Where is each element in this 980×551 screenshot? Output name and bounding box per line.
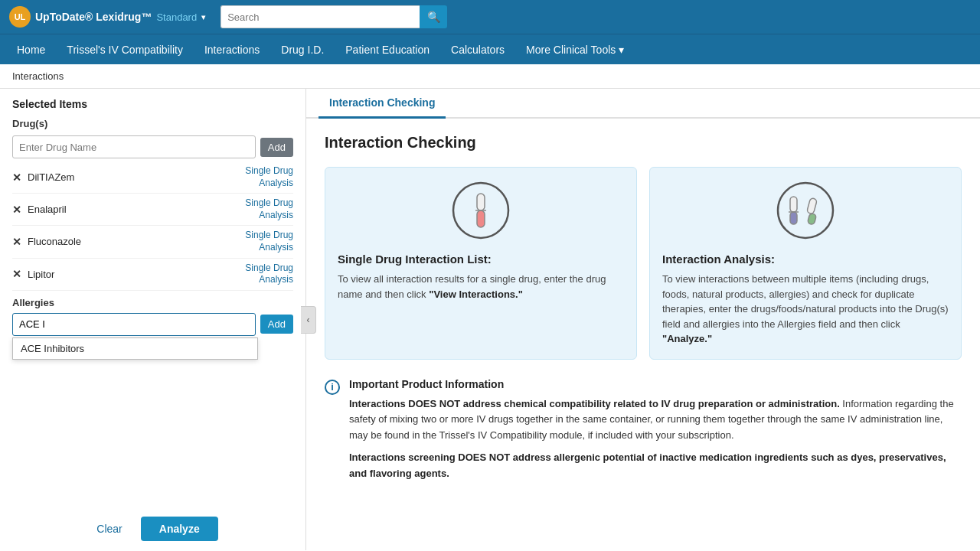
- important-info-content: Important Product Information Interactio…: [349, 378, 962, 488]
- interaction-analysis-card: Interaction Analysis: To view interactio…: [649, 167, 962, 360]
- allergy-input[interactable]: [12, 313, 256, 336]
- svg-rect-9: [807, 213, 816, 225]
- nav-bar: Home Trissel's IV Compatibility Interact…: [0, 34, 980, 64]
- top-bar: UL UpToDate® Lexidrug™ Standard ▾ 🔍: [0, 0, 980, 34]
- remove-drug-button[interactable]: ✕: [12, 204, 21, 216]
- nav-item-trissel[interactable]: Trissel's IV Compatibility: [56, 34, 194, 65]
- nav-item-calculators[interactable]: Calculators: [440, 34, 515, 65]
- svg-point-4: [778, 183, 833, 238]
- page-title: Interaction Checking: [325, 134, 962, 152]
- drug-item-left: ✕ DilTIAZem: [12, 171, 74, 184]
- right-panel: Interaction Checking Interaction Checkin…: [306, 89, 980, 550]
- svg-rect-5: [790, 197, 797, 212]
- single-drug-card: Single Drug Interaction List: To view al…: [325, 167, 637, 360]
- breadcrumb: Interactions: [0, 64, 980, 89]
- add-drug-button[interactable]: Add: [260, 138, 293, 157]
- allergies-section: Allergies Add ACE Inhibitors: [0, 291, 305, 339]
- nav-item-home[interactable]: Home: [6, 34, 56, 65]
- suggestion-item-ace-inhibitors[interactable]: ACE Inhibitors: [13, 338, 257, 359]
- suggestion-dropdown: ACE Inhibitors: [12, 337, 258, 360]
- single-drug-analysis-link[interactable]: Single Drug Analysis: [245, 262, 293, 286]
- card2-text: To view interactions between multiple it…: [662, 272, 949, 347]
- chevron-down-icon: ▾: [619, 44, 624, 56]
- selected-items-header: Selected Items: [0, 89, 305, 115]
- chevron-down-icon[interactable]: ▾: [201, 13, 205, 21]
- svg-rect-6: [790, 212, 797, 224]
- table-row: ✕ DilTIAZem Single Drug Analysis: [12, 161, 293, 194]
- nav-item-patient-education[interactable]: Patient Education: [335, 34, 440, 65]
- drug-name: Enalapril: [28, 204, 67, 215]
- add-allergy-button[interactable]: Add: [260, 315, 293, 334]
- search-button[interactable]: 🔍: [420, 5, 447, 28]
- drugs-label: Drug(s): [0, 115, 305, 132]
- search-container: 🔍: [220, 5, 466, 28]
- svg-rect-1: [477, 194, 485, 210]
- drug-name: DilTIAZem: [28, 171, 74, 183]
- drug-input-row: Add: [0, 132, 305, 161]
- clear-button[interactable]: Clear: [87, 518, 131, 540]
- drug-name: Fluconazole: [28, 236, 81, 247]
- logo-text: UpToDate® Lexidrug™: [35, 11, 152, 23]
- logo-icon: UL: [9, 6, 31, 28]
- single-drug-analysis-link[interactable]: Single Drug Analysis: [245, 197, 293, 221]
- main-layout: Selected Items Drug(s) Add ✕ DilTIAZem S…: [0, 89, 980, 550]
- bottom-buttons: Clear Analyze: [0, 507, 305, 550]
- logo-area[interactable]: UL UpToDate® Lexidrug™ Standard ▾: [9, 6, 205, 28]
- logo-standard: Standard: [156, 11, 197, 23]
- table-row: ✕ Lipitor Single Drug Analysis: [12, 259, 293, 291]
- interaction-content: Interaction Checking Single Drug Interac…: [306, 119, 980, 515]
- remove-drug-button[interactable]: ✕: [12, 268, 21, 280]
- remove-drug-button[interactable]: ✕: [12, 236, 21, 248]
- svg-rect-8: [807, 197, 818, 214]
- table-row: ✕ Enalapril Single Drug Analysis: [12, 194, 293, 226]
- allergy-input-row: Add ACE Inhibitors: [12, 313, 293, 336]
- allergies-label: Allergies: [12, 297, 293, 308]
- table-row: ✕ Fluconazole Single Drug Analysis: [12, 226, 293, 258]
- important-info-title: Important Product Information: [349, 378, 962, 390]
- single-drug-analysis-link[interactable]: Single Drug Analysis: [245, 165, 293, 189]
- info-paragraph-1: Interactions DOES NOT address chemical c…: [349, 396, 962, 444]
- left-panel: Selected Items Drug(s) Add ✕ DilTIAZem S…: [0, 89, 306, 550]
- card1-text: To view all interaction results for a si…: [338, 272, 624, 302]
- drug-name: Lipitor: [28, 269, 54, 280]
- card1-title: Single Drug Interaction List:: [338, 253, 492, 266]
- drug-item-left: ✕ Fluconazole: [12, 236, 81, 248]
- nav-item-more-clinical-tools[interactable]: More Clinical Tools ▾: [515, 34, 635, 65]
- card2-title: Interaction Analysis:: [662, 253, 775, 266]
- single-pill-icon: [450, 180, 511, 243]
- tabs-bar: Interaction Checking: [306, 89, 980, 119]
- tab-interaction-checking[interactable]: Interaction Checking: [318, 89, 446, 119]
- cards-row: Single Drug Interaction List: To view al…: [325, 167, 962, 360]
- drug-item-left: ✕ Enalapril: [12, 204, 67, 216]
- drug-input[interactable]: [12, 135, 256, 158]
- important-info-section: i Important Product Information Interact…: [325, 378, 962, 488]
- drug-list: ✕ DilTIAZem Single Drug Analysis ✕ Enala…: [0, 161, 305, 291]
- single-drug-analysis-link[interactable]: Single Drug Analysis: [245, 230, 293, 253]
- remove-drug-button[interactable]: ✕: [12, 171, 21, 184]
- analyze-button[interactable]: Analyze: [141, 517, 218, 541]
- search-input[interactable]: [220, 5, 420, 28]
- multi-pill-icon: [775, 180, 836, 243]
- nav-item-drug-id[interactable]: Drug I.D.: [270, 34, 335, 65]
- nav-item-interactions[interactable]: Interactions: [194, 34, 270, 65]
- info-paragraph-2: Interactions screening DOES NOT address …: [349, 450, 962, 482]
- collapse-panel-button[interactable]: ‹: [301, 306, 316, 334]
- svg-rect-2: [477, 210, 485, 227]
- info-icon: i: [325, 380, 340, 395]
- drug-item-left: ✕ Lipitor: [12, 268, 54, 280]
